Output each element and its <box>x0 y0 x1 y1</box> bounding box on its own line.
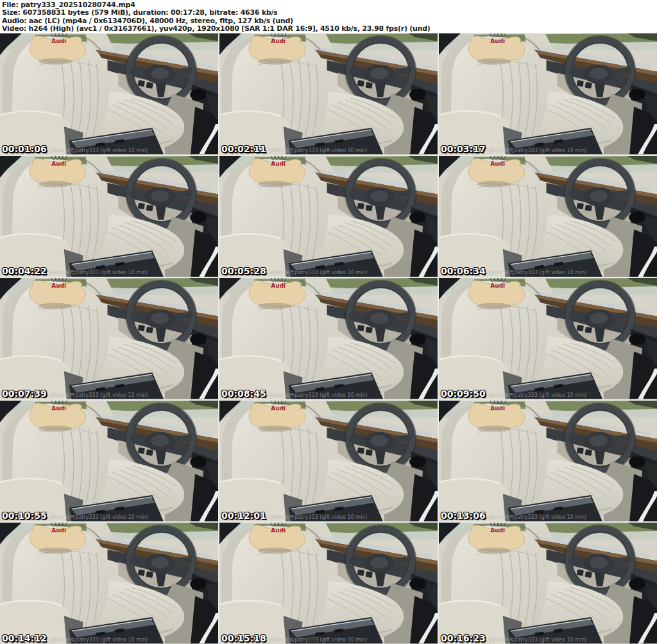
video-thumbnail: 00:01:06 ylens 账号patry333 (gift video 10… <box>0 33 218 155</box>
video-thumbnail: 00:14:12 ylens 账号patry333 (gift video 10… <box>0 523 218 644</box>
video-thumbnail: 00:06:34 ylens 账号patry333 (gift video 10… <box>439 156 657 277</box>
video-thumbnail: 00:02:11 ylens 账号patry333 (gift video 10… <box>219 33 438 155</box>
car-interior-frame <box>219 33 438 155</box>
video-thumbnail: 00:10:55 ylens 账号patry333 (gift video 10… <box>0 401 218 522</box>
car-interior-frame <box>0 33 218 155</box>
video-thumbnail: 00:12:01 ylens 账号patry333 (gift video 10… <box>219 401 438 522</box>
car-interior-frame <box>439 33 657 155</box>
car-interior-frame <box>0 523 218 644</box>
video-thumbnail: 00:05:28 ylens 账号patry333 (gift video 10… <box>219 156 438 277</box>
car-interior-frame <box>219 278 438 399</box>
video-thumbnail: 00:16:23 ylens 账号patry333 (gift video 10… <box>439 523 657 644</box>
car-interior-frame <box>439 523 657 644</box>
car-interior-frame <box>439 156 657 277</box>
car-interior-frame <box>219 401 438 522</box>
size-duration-line: Size: 607358831 bytes (579 MiB), duratio… <box>2 9 657 17</box>
car-interior-frame <box>439 278 657 399</box>
media-info-header: File: patry333_202510280744.mp4 Size: 60… <box>0 0 657 33</box>
video-thumbnail: 00:07:39 ylens 账号patry333 (gift video 10… <box>0 278 218 399</box>
video-thumbnail: 00:15:18 ylens 账号patry333 (gift video 10… <box>219 523 438 644</box>
video-thumbnail: 00:13:06 ylens 账号patry333 (gift video 10… <box>439 401 657 522</box>
car-interior-frame <box>0 156 218 277</box>
video-thumbnail: 00:08:45 ylens 账号patry333 (gift video 10… <box>219 278 438 399</box>
thumbnail-grid: 00:01:06 ylens 账号patry333 (gift video 10… <box>0 33 657 644</box>
car-interior-frame <box>0 401 218 522</box>
video-thumbnail: 00:03:17 ylens 账号patry333 (gift video 10… <box>439 33 657 155</box>
video-info-line: Video: h264 (High) (avc1 / 0x31637661), … <box>2 25 657 33</box>
car-interior-frame <box>0 278 218 399</box>
car-interior-frame <box>439 401 657 522</box>
car-interior-frame <box>219 156 438 277</box>
video-thumbnail: 00:04:22 ylens 账号patry333 (gift video 10… <box>0 156 218 277</box>
car-interior-frame <box>219 523 438 644</box>
video-thumbnail: 00:09:50 ylens 账号patry333 (gift video 10… <box>439 278 657 399</box>
